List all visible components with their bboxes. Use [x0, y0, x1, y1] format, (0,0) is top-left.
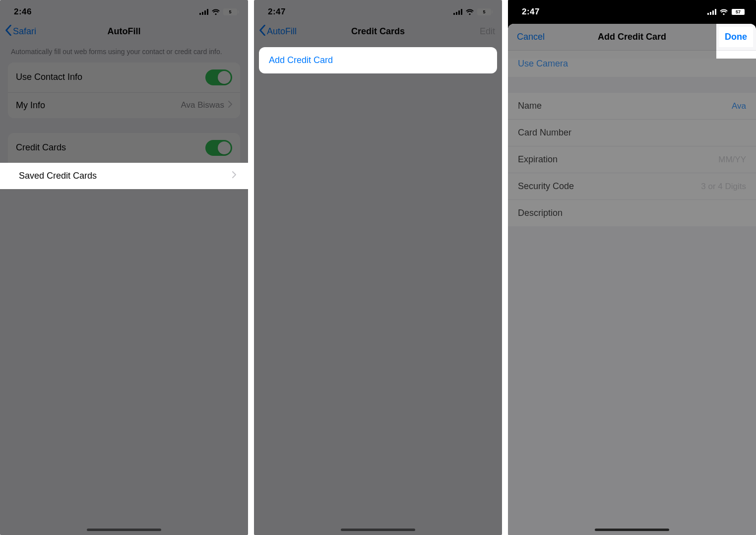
- field-label: Card Number: [518, 128, 571, 138]
- saved-credit-cards-row[interactable]: Saved Credit Cards: [0, 163, 248, 189]
- toggle-on-icon[interactable]: [205, 140, 232, 156]
- status-right: 5: [199, 8, 237, 15]
- contact-info-group: Use Contact Info My Info Ava Biswas: [8, 63, 240, 118]
- back-label: Safari: [13, 26, 36, 37]
- cellular-signal-icon: [199, 9, 208, 15]
- credit-cards-toggle-row[interactable]: Credit Cards: [8, 133, 240, 163]
- status-bar: 2:46 5: [0, 0, 248, 22]
- status-right: 57: [707, 8, 745, 15]
- status-bar: 2:47 57: [508, 0, 756, 22]
- toggle-on-icon[interactable]: [205, 69, 232, 85]
- nav-bar: Safari AutoFill: [0, 22, 248, 43]
- dim-overlay: [254, 0, 502, 535]
- home-indicator[interactable]: [595, 529, 669, 531]
- row-label: Credit Cards: [16, 142, 66, 153]
- add-card-group: Add Credit Card: [259, 47, 497, 73]
- cellular-signal-icon: [453, 9, 462, 15]
- battery-icon: 5: [477, 8, 491, 15]
- status-right: 5: [453, 8, 491, 15]
- card-number-row[interactable]: Card Number: [508, 119, 756, 146]
- chevron-left-icon: [259, 25, 266, 38]
- field-label: Security Code: [518, 181, 574, 192]
- nav-title: AutoFill: [0, 26, 248, 37]
- wifi-icon: [211, 9, 220, 15]
- cancel-button[interactable]: Cancel: [517, 32, 545, 42]
- done-button-highlight: Done: [719, 27, 753, 47]
- home-indicator[interactable]: [87, 529, 161, 531]
- screenshot-add-credit-card-form: 2:47 57 Cancel Add Credit Card Done: [508, 0, 756, 535]
- back-label: AutoFill: [267, 26, 297, 37]
- name-row[interactable]: Name Ava: [508, 93, 756, 119]
- battery-icon: 5: [223, 8, 237, 15]
- expiration-placeholder[interactable]: MM/YY: [718, 155, 746, 165]
- field-label: Expiration: [518, 154, 558, 165]
- name-value[interactable]: Ava: [732, 101, 746, 111]
- sheet-nav: Cancel Add Credit Card Done: [508, 24, 756, 51]
- add-card-sheet: Cancel Add Credit Card Done Use Camera N…: [508, 24, 756, 535]
- nav-bar: AutoFill Credit Cards Edit: [254, 22, 502, 43]
- add-credit-card-label: Add Credit Card: [269, 55, 333, 66]
- section-footer-note: Automatically fill out web forms using y…: [0, 43, 248, 63]
- back-button[interactable]: AutoFill: [259, 25, 297, 38]
- screenshot-autofill-settings: 2:46 5 Safari AutoFill Automatically fil…: [0, 0, 248, 535]
- field-label: Name: [518, 101, 542, 111]
- row-value: [232, 171, 236, 181]
- row-label: Use Contact Info: [16, 72, 82, 82]
- home-indicator[interactable]: [341, 529, 415, 531]
- add-credit-card-row[interactable]: Add Credit Card: [259, 47, 497, 73]
- screenshot-credit-cards-list: 2:47 5 AutoFill Credit Cards Edit: [254, 0, 502, 535]
- chevron-right-icon: [232, 171, 236, 181]
- cellular-signal-icon: [707, 9, 716, 15]
- row-value: Ava Biswas: [181, 100, 232, 110]
- expiration-row[interactable]: Expiration MM/YY: [508, 146, 756, 173]
- back-button[interactable]: Safari: [5, 25, 36, 38]
- use-camera-label: Use Camera: [518, 59, 568, 69]
- status-time: 2:47: [522, 7, 540, 17]
- status-time: 2:46: [14, 7, 32, 17]
- status-time: 2:47: [268, 7, 286, 17]
- done-button[interactable]: Done: [725, 32, 747, 42]
- chevron-left-icon: [5, 25, 12, 38]
- security-placeholder[interactable]: 3 or 4 Digits: [701, 182, 746, 192]
- use-camera-row[interactable]: Use Camera: [508, 51, 756, 77]
- chevron-right-icon: [228, 100, 232, 110]
- security-code-row[interactable]: Security Code 3 or 4 Digits: [508, 173, 756, 200]
- edit-button[interactable]: Edit: [480, 26, 495, 37]
- status-bar: 2:47 5: [254, 0, 502, 22]
- use-contact-info-row[interactable]: Use Contact Info: [8, 63, 240, 92]
- sheet-body: Use Camera Name Ava Card Number Expirati…: [508, 51, 756, 535]
- wifi-icon: [465, 9, 474, 15]
- card-fields-group: Name Ava Card Number Expiration MM/YY Se…: [508, 93, 756, 226]
- wifi-icon: [719, 9, 728, 15]
- description-row[interactable]: Description: [508, 200, 756, 226]
- row-label: My Info: [16, 100, 45, 111]
- battery-icon: 57: [731, 8, 745, 15]
- field-label: Description: [518, 208, 563, 218]
- my-info-row[interactable]: My Info Ava Biswas: [8, 92, 240, 118]
- row-label: Saved Credit Cards: [19, 171, 97, 181]
- credit-cards-group: Credit Cards: [8, 133, 240, 163]
- saved-credit-cards-highlight: Saved Credit Cards: [0, 163, 248, 189]
